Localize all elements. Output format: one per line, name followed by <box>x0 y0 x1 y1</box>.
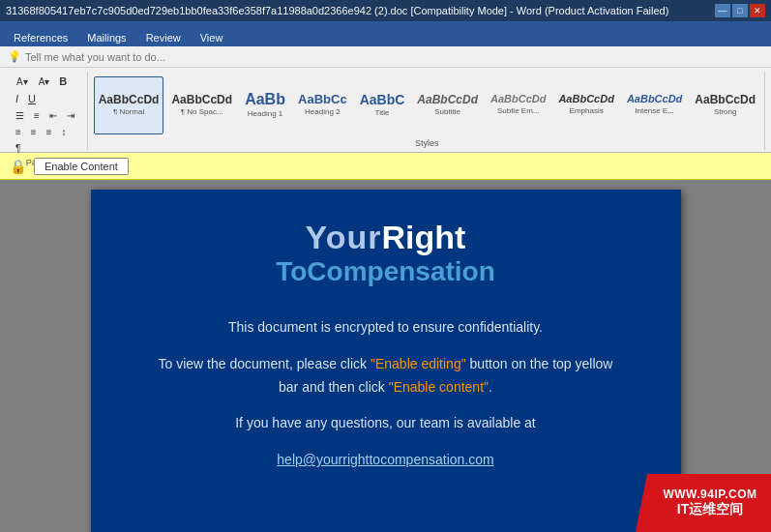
style-title-preview: AaBbC <box>360 93 405 106</box>
style-intense-label: Intense E... <box>635 106 673 116</box>
style-normal-label: ¶ Normal <box>113 107 144 117</box>
title-bar-controls: — □ ✕ <box>715 4 765 17</box>
indent-increase-button[interactable]: ⇥ <box>63 108 78 123</box>
enable-bar: 🔒 Enable Content <box>0 153 771 180</box>
title-bar: 31368f805417eb7c7c905d0ed729eb1bb0fea33f… <box>0 0 771 21</box>
tell-me-input[interactable] <box>25 51 763 63</box>
doc-line2-start: To view the document, please click <box>159 356 371 371</box>
ribbon-tabs: References Mailings Review View <box>0 21 771 46</box>
font-size-button[interactable]: A▾ <box>12 74 33 89</box>
list-bullet-button[interactable]: ☰ <box>12 108 28 123</box>
style-nospace-preview: AaBbCcDd <box>171 94 232 105</box>
style-subtle-preview: AaBbCcDd <box>490 94 546 104</box>
style-strong-preview: AaBbCcDd <box>695 94 756 105</box>
doc-line2-end: . <box>489 379 492 395</box>
document-content: This document is encrypted to ensure con… <box>159 316 613 486</box>
style-emph-label: Emphasis <box>570 106 604 116</box>
logo-to: To <box>276 256 307 286</box>
style-normal-preview: AaBbCcDd <box>99 94 160 105</box>
style-h1-label: Heading 1 <box>248 109 282 119</box>
sort-button[interactable]: ↕ <box>58 125 71 139</box>
styles-list: AaBbCcDd ¶ Normal AaBbCcDd ¶ No Spac... … <box>94 74 760 136</box>
italic-button[interactable]: I <box>12 91 22 106</box>
style-subtle-label: Subtle Em... <box>497 106 540 116</box>
style-h2-label: Heading 2 <box>305 107 340 117</box>
style-heading2[interactable]: AaBbCc Heading 2 <box>293 76 352 134</box>
align-center-button[interactable]: ≡ <box>27 125 41 139</box>
maximize-button[interactable]: □ <box>732 4 748 17</box>
watermark-name: IT运维空间 <box>677 501 743 518</box>
doc-line2: To view the document, please click "Enab… <box>159 353 613 399</box>
doc-line1: This document is encrypted to ensure con… <box>159 316 613 340</box>
minimize-button[interactable]: — <box>715 4 730 17</box>
title-bar-text: 31368f805417eb7c7c905d0ed729eb1bb0fea33f… <box>6 5 715 16</box>
document-logo: YourRight ToCompensation <box>276 219 495 287</box>
tell-me-bar: 💡 <box>0 46 771 68</box>
tab-mailings[interactable]: Mailings <box>77 28 135 46</box>
style-strong[interactable]: AaBbCcDd Strong <box>690 76 760 134</box>
underline-button[interactable]: U <box>24 91 40 106</box>
font-size-small-button[interactable]: A▾ <box>35 74 54 89</box>
doc-line3: If you have any questions, our team is a… <box>159 412 613 435</box>
watermark-url: WWW.94IP.COM <box>663 488 756 501</box>
style-h2-preview: AaBbCc <box>298 93 347 105</box>
doc-email: help@yourrighttocompensation.com <box>159 449 613 472</box>
style-nospace-label: ¶ No Spac... <box>181 107 223 117</box>
style-normal[interactable]: AaBbCcDd ¶ Normal <box>94 76 164 134</box>
paragraph-controls: A▾ A▾ B I U ☰ ≡ ⇤ ⇥ ≡ ≡ ≡ ↕ ¶ <box>12 74 81 156</box>
doc-enable-editing-link: "Enable editing" <box>371 356 466 371</box>
style-title[interactable]: AaBbC Title <box>355 76 410 134</box>
styles-label: Styles <box>94 136 760 148</box>
style-emph-preview: AaBbCcDd <box>558 94 613 104</box>
align-right-button[interactable]: ≡ <box>43 125 56 139</box>
ribbon: A▾ A▾ B I U ☰ ≡ ⇤ ⇥ ≡ ≡ ≡ ↕ ¶ Paragraph <box>0 68 771 153</box>
align-left-button[interactable]: ≡ <box>12 125 25 139</box>
doc-enable-content-link: "Enable content" <box>389 379 489 395</box>
styles-section: AaBbCcDd ¶ Normal AaBbCcDd ¶ No Spac... … <box>90 72 765 150</box>
tab-references[interactable]: References <box>4 28 77 46</box>
list-num-button[interactable]: ≡ <box>30 108 44 123</box>
logo-comp: Compensation <box>307 256 494 286</box>
doc-email-text: help@yourrighttocompensation.com <box>277 452 493 467</box>
tab-view[interactable]: View <box>191 28 233 46</box>
doc-line2-mid: button on the top yellow <box>466 356 613 371</box>
style-subtitle-preview: AaBbCcDd <box>417 94 478 105</box>
logo-line2: ToCompensation <box>276 256 495 287</box>
style-heading1[interactable]: AaBb Heading 1 <box>240 76 290 134</box>
bold-button[interactable]: B <box>55 74 71 89</box>
style-intense-em[interactable]: AaBbCcDd Intense E... <box>622 76 687 134</box>
logo-line1: YourRight <box>276 219 495 256</box>
style-subtitle[interactable]: AaBbCcDd Subtitle <box>412 76 483 134</box>
document-page: YourRight ToCompensation This document i… <box>91 190 681 532</box>
style-intense-preview: AaBbCcDd <box>627 94 682 104</box>
style-title-label: Title <box>375 108 390 118</box>
logo-right: Right <box>382 219 466 255</box>
lightbulb-icon: 💡 <box>8 50 21 63</box>
style-subtle-em[interactable]: AaBbCcDd Subtle Em... <box>486 76 550 134</box>
pilcrow-button[interactable]: ¶ <box>12 141 24 156</box>
indent-decrease-button[interactable]: ⇤ <box>45 108 61 123</box>
tab-review[interactable]: Review <box>136 28 191 46</box>
style-h1-preview: AaBb <box>245 92 285 107</box>
close-button[interactable]: ✕ <box>750 4 765 17</box>
watermark: WWW.94IP.COM IT运维空间 <box>636 474 771 532</box>
enable-content-button[interactable]: Enable Content <box>34 158 129 175</box>
security-icon: 🔒 <box>10 159 26 174</box>
style-no-space[interactable]: AaBbCcDd ¶ No Spac... <box>166 76 237 134</box>
style-subtitle-label: Subtitle <box>434 107 460 117</box>
style-emphasis[interactable]: AaBbCcDd Emphasis <box>553 76 618 134</box>
logo-your: Your <box>306 219 382 255</box>
style-strong-label: Strong <box>714 107 737 117</box>
doc-line2-cont: bar and then click <box>279 379 389 395</box>
paragraph-section: A▾ A▾ B I U ☰ ≡ ⇤ ⇥ ≡ ≡ ≡ ↕ ¶ Paragraph <box>6 72 88 150</box>
